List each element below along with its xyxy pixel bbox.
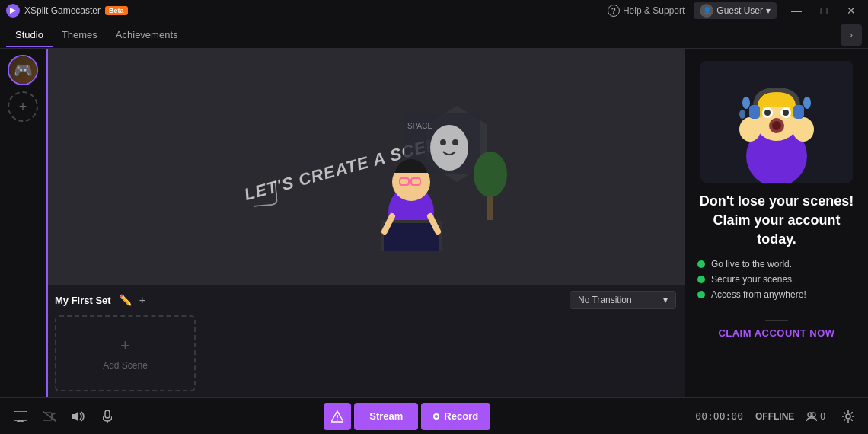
svg-point-31 [742,97,750,109]
svg-point-53 [846,414,850,419]
avatar: 👤 [700,4,713,18]
scenes-bar-actions: ✏️ + [117,292,147,308]
scene-icon-1[interactable]: 🎮 [8,55,38,85]
svg-point-52 [811,413,815,417]
svg-rect-46 [105,410,110,418]
tab-achievements[interactable]: Achievements [107,23,187,46]
add-scene-icon-btn[interactable]: + [8,91,38,122]
help-support-btn[interactable]: ? Help & Support [608,5,685,17]
promo-title: Don't lose your scenes! Claim your accou… [697,192,856,250]
add-scene-label: Add Scene [103,360,148,371]
svg-point-5 [452,139,458,145]
help-icon: ? [608,5,620,17]
speaker-icon [72,411,85,422]
svg-point-27 [764,110,771,116]
beta-badge: Beta [105,6,128,15]
logo-icon [6,4,20,18]
tab-themes[interactable]: Themes [53,23,107,46]
mic-btn[interactable] [96,405,119,428]
gear-icon [842,410,854,423]
record-dot-icon [433,413,439,420]
app-logo: XSplit Gamecaster Beta [6,4,128,18]
record-label: Record [444,410,478,422]
scenes-bar-right: No Transition ▾ [570,291,676,309]
time-display: 00:00:00 [695,410,743,422]
display-icon [14,411,27,422]
add-scene-card[interactable]: + Add Scene [55,315,196,391]
feature-label-2: Secure your scenes. [711,274,794,285]
svg-point-28 [783,110,789,116]
svg-marker-45 [72,411,78,422]
bottom-right: 00:00:00 OFFLINE 0 [695,406,859,427]
viewer-count: 0 [806,411,825,422]
record-btn[interactable]: Record [421,403,490,430]
promo-image [700,61,853,183]
chevron-down-icon: ▾ [663,295,668,305]
svg-point-30 [793,117,814,142]
display-toggle-btn[interactable] [9,405,32,428]
camera-toggle-btn[interactable] [38,405,61,428]
bottom-bar: Stream Record 00:00:00 OFFLINE 0 [0,397,868,434]
svg-rect-36 [749,105,760,119]
tab-studio[interactable]: Studio [6,23,53,46]
mic-icon [103,410,112,423]
help-label: Help & Support [623,5,685,16]
promo-character [700,61,853,183]
feature-item-2: Secure your scenes. [697,274,856,285]
svg-point-33 [739,110,745,119]
preview-area: LET'S CREATE A SCENE! SPACE [46,49,685,397]
svg-rect-37 [793,105,804,119]
nav-tabs: Studio Themes Achievements › [0,21,868,49]
scenes-bar: My First Set ✏️ + No Transition ▾ + [46,284,685,397]
nav-more-btn[interactable]: › [841,24,862,46]
scenes-content: + Add Scene [55,315,676,391]
close-btn[interactable]: ✕ [841,0,862,21]
maximize-btn[interactable]: □ [813,0,834,21]
feature-label-1: Go live to the world. [711,259,792,270]
claim-account-btn[interactable]: CLAIM ACCOUNT NOW [718,327,834,339]
viewers-icon [806,412,817,421]
accent-bar [46,49,48,397]
viewer-count-label: 0 [820,411,825,422]
svg-point-7 [474,152,507,197]
edit-scene-set-btn[interactable]: ✏️ [117,292,133,308]
promo-features: Go live to the world. Secure your scenes… [697,259,856,305]
volume-btn[interactable] [67,405,90,428]
feature-item-1: Go live to the world. [697,259,856,270]
stream-btn[interactable]: Stream [354,403,418,430]
minimize-btn[interactable]: — [786,0,807,21]
svg-point-4 [440,139,446,145]
divider [765,320,788,321]
user-menu-btn[interactable]: 👤 Guest User ▾ [694,2,777,19]
camera-icon [43,411,56,422]
character-illustration: SPACE [282,91,510,251]
svg-point-24 [772,121,781,130]
stream-warning-btn[interactable] [324,403,351,430]
warning-icon [331,410,343,423]
feature-dot-3 [697,291,705,298]
settings-btn[interactable] [838,406,859,427]
svg-point-29 [739,117,761,142]
titlebar-right: ? Help & Support 👤 Guest User ▾ — □ ✕ [608,0,862,21]
svg-rect-38 [14,411,27,420]
svg-point-3 [430,125,468,171]
user-name: Guest User [716,5,763,16]
feature-dot-2 [697,276,705,283]
status-badge: OFFLINE [755,411,794,422]
svg-point-50 [337,419,338,420]
feature-dot-1 [697,260,705,268]
bottom-center: Stream Record [324,403,490,430]
transition-select[interactable]: No Transition ▾ [570,291,676,309]
preview-canvas: LET'S CREATE A SCENE! SPACE [46,49,685,284]
feature-label-3: Access from anywhere! [711,289,806,300]
svg-text:SPACE: SPACE [407,122,432,130]
feature-item-3: Access from anywhere! [697,289,856,300]
add-scene-set-btn[interactable]: + [138,292,147,308]
right-panel: Don't lose your scenes! Claim your accou… [685,49,868,397]
titlebar: XSplit Gamecaster Beta ? Help & Support … [0,0,868,21]
svg-point-32 [803,97,811,109]
svg-rect-14 [384,223,439,251]
chevron-down-icon: ▾ [766,5,771,16]
bottom-left [9,405,119,428]
scene-illustration: LET'S CREATE A SCENE! SPACE [221,83,510,251]
